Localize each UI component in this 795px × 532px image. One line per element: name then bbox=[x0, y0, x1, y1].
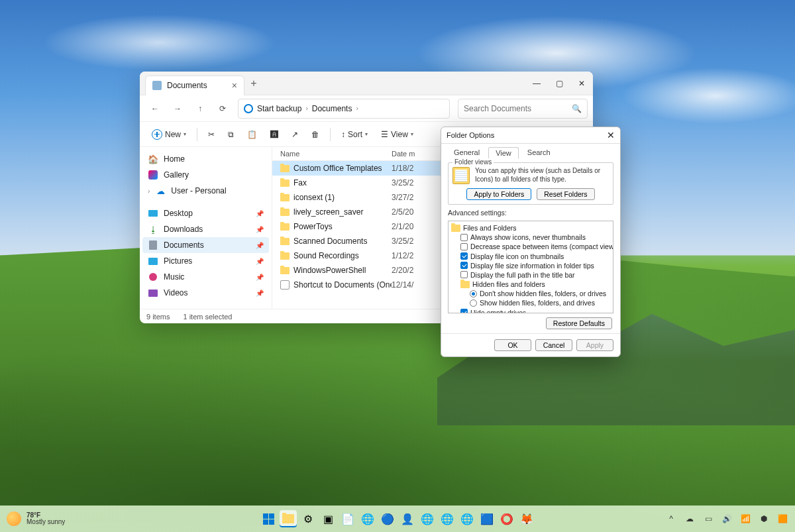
search-bar[interactable]: 🔍 bbox=[458, 99, 588, 119]
tree-item[interactable]: Hide empty drives bbox=[451, 308, 610, 313]
folder-icon bbox=[280, 209, 290, 216]
tab-view[interactable]: View bbox=[488, 147, 519, 159]
tree-item[interactable]: Display the full path in the title bar bbox=[451, 270, 610, 280]
close-button[interactable]: ✕ bbox=[570, 72, 593, 95]
onedrive-icon[interactable]: ☁ bbox=[684, 513, 696, 525]
tree-item[interactable]: Always show icons, never thumbnails bbox=[451, 233, 610, 242]
paste-button[interactable]: 📋 bbox=[242, 127, 262, 142]
taskbar-app[interactable]: 🔵 bbox=[379, 510, 396, 527]
taskbar-firefox[interactable]: 🦊 bbox=[518, 510, 535, 527]
tab-documents[interactable]: Documents × bbox=[145, 76, 244, 95]
cut-button[interactable]: ✂ bbox=[203, 127, 220, 142]
tree-item-label: Show hidden files, folders, and drives bbox=[480, 298, 595, 307]
tree-item-label: Display file size information in folder … bbox=[470, 261, 594, 270]
checkbox[interactable] bbox=[460, 271, 468, 278]
new-tab-button[interactable]: + bbox=[244, 78, 263, 89]
taskbar-app[interactable]: 📄 bbox=[339, 510, 356, 527]
ok-button[interactable]: OK bbox=[494, 339, 531, 351]
sidebar-item[interactable]: 🏠Home bbox=[142, 151, 269, 167]
tree-item[interactable]: Show hidden files, folders, and drives bbox=[451, 298, 610, 307]
network-icon[interactable]: 📶 bbox=[739, 513, 751, 525]
system-tray: ^ ☁ ▭ 🔊 📶 ⬢ 🟧 bbox=[665, 513, 788, 525]
tray-icon[interactable]: 🟧 bbox=[776, 513, 788, 525]
volume-icon[interactable]: 🔊 bbox=[721, 513, 733, 525]
sidebar-item[interactable]: Desktop📌 bbox=[142, 205, 269, 221]
taskbar-terminal[interactable]: ▣ bbox=[319, 510, 337, 527]
checkbox[interactable] bbox=[460, 234, 468, 241]
checkbox[interactable] bbox=[460, 309, 468, 313]
sidebar-item[interactable]: Videos📌 bbox=[142, 285, 269, 301]
maximize-button[interactable]: ▢ bbox=[548, 72, 570, 95]
advanced-settings-tree[interactable]: Files and FoldersAlways show icons, neve… bbox=[448, 221, 613, 313]
file-name: Shortcut to Documents (OneDrive - Pers… bbox=[293, 280, 392, 290]
forward-button[interactable]: → bbox=[168, 99, 187, 119]
taskbar-app[interactable]: 👤 bbox=[399, 510, 416, 527]
taskbar-file-explorer[interactable] bbox=[280, 510, 297, 527]
sort-button[interactable]: ↕Sort▾ bbox=[336, 127, 373, 142]
tree-item[interactable]: Don't show hidden files, folders, or dri… bbox=[451, 289, 610, 298]
reset-folders-button[interactable]: Reset Folders bbox=[537, 188, 594, 200]
breadcrumb-root[interactable]: Start backup bbox=[257, 104, 301, 113]
file-name: PowerToys bbox=[293, 222, 333, 231]
share-button[interactable]: ↗ bbox=[286, 127, 303, 142]
sidebar-item[interactable]: Gallery bbox=[142, 167, 269, 183]
checkbox[interactable] bbox=[460, 243, 468, 250]
sidebar-label: Pictures bbox=[164, 256, 192, 266]
refresh-button[interactable]: ⟳ bbox=[213, 99, 233, 119]
cancel-button[interactable]: Cancel bbox=[535, 339, 572, 351]
new-button[interactable]: New▾ bbox=[146, 127, 191, 142]
tray-overflow[interactable]: ^ bbox=[665, 513, 677, 525]
taskbar-edge[interactable]: 🌐 bbox=[359, 510, 376, 527]
view-button[interactable]: ☰View▾ bbox=[376, 127, 419, 142]
sidebar-label: Desktop bbox=[164, 209, 193, 218]
tab-close-icon[interactable]: × bbox=[232, 80, 237, 91]
checkbox[interactable] bbox=[460, 262, 468, 269]
taskbar-chrome[interactable]: ⭕ bbox=[498, 510, 515, 527]
apply-to-folders-button[interactable]: Apply to Folders bbox=[466, 188, 531, 200]
delete-button[interactable]: 🗑 bbox=[306, 127, 325, 142]
rename-button[interactable]: 🅰 bbox=[265, 127, 284, 142]
folder-icon bbox=[280, 194, 290, 201]
up-button[interactable]: ↑ bbox=[190, 99, 210, 119]
checkbox[interactable] bbox=[460, 252, 468, 260]
col-name[interactable]: Name bbox=[272, 150, 392, 158]
sidebar-item[interactable]: Documents📌 bbox=[142, 237, 269, 253]
tab-search[interactable]: Search bbox=[520, 146, 558, 158]
tray-icon[interactable]: ⬢ bbox=[758, 513, 770, 525]
start-button[interactable] bbox=[260, 510, 277, 527]
taskbar-app[interactable]: 🟦 bbox=[478, 510, 496, 527]
folder-views-group: Folder views You can apply this view (su… bbox=[448, 162, 613, 205]
folder-icon bbox=[280, 165, 290, 172]
taskbar-edge-dev[interactable]: 🌐 bbox=[439, 510, 456, 527]
sidebar-item[interactable]: Pictures📌 bbox=[142, 253, 269, 269]
radio[interactable] bbox=[470, 299, 477, 307]
sidebar-item[interactable]: ›☁User - Personal bbox=[142, 183, 269, 199]
taskbar-edge-canary[interactable]: 🌐 bbox=[458, 510, 476, 527]
tab-general[interactable]: General bbox=[447, 146, 487, 158]
breadcrumb-current[interactable]: Documents bbox=[312, 104, 352, 113]
folder-options-dialog: Folder Options ✕ General View Search Fol… bbox=[441, 127, 621, 357]
address-bar[interactable]: Start backup › Documents › bbox=[238, 99, 450, 119]
tree-item[interactable]: Display file icon on thumbnails bbox=[451, 252, 610, 261]
radio[interactable] bbox=[470, 290, 477, 297]
sidebar-label: Documents bbox=[164, 240, 204, 250]
taskbar-edge-beta[interactable]: 🌐 bbox=[419, 510, 436, 527]
back-button[interactable]: ← bbox=[145, 99, 165, 119]
tree-item[interactable]: Decrease space between items (compact vi… bbox=[451, 242, 610, 251]
copy-button[interactable]: ⧉ bbox=[223, 127, 239, 142]
tray-icon[interactable]: ▭ bbox=[702, 513, 714, 525]
restore-defaults-button[interactable]: Restore Defaults bbox=[546, 317, 612, 329]
tree-item[interactable]: Display file size information in folder … bbox=[451, 261, 610, 270]
apply-button[interactable]: Apply bbox=[576, 339, 613, 351]
taskbar-settings[interactable]: ⚙ bbox=[299, 510, 317, 527]
col-date[interactable]: Date m bbox=[392, 150, 438, 158]
weather-widget[interactable]: 78°F Mostly sunny bbox=[7, 511, 65, 526]
minimize-button[interactable]: — bbox=[525, 72, 548, 95]
chevron-down-icon: ▾ bbox=[184, 131, 186, 137]
sidebar-item[interactable]: ⭳Downloads📌 bbox=[142, 221, 269, 237]
shortcut-icon bbox=[280, 280, 290, 290]
search-input[interactable] bbox=[464, 104, 572, 113]
sidebar-item[interactable]: Music📌 bbox=[142, 269, 269, 285]
dialog-close-button[interactable]: ✕ bbox=[607, 130, 615, 140]
file-name: WindowsPowerShell bbox=[293, 266, 366, 275]
